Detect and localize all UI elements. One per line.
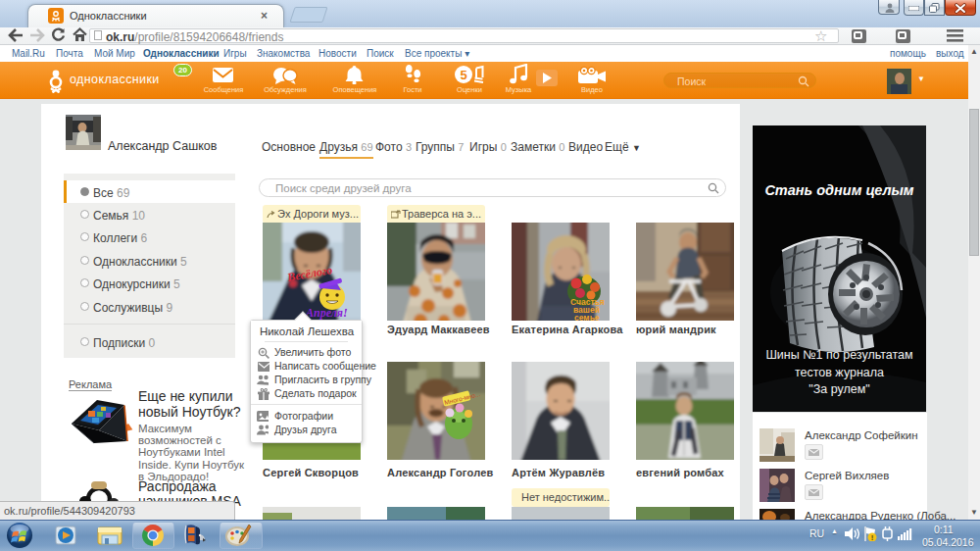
svg-text:Апреля!: Апреля! — [305, 306, 348, 320]
svg-text:!: ! — [871, 533, 874, 541]
svg-text:5: 5 — [460, 68, 466, 82]
svg-text:семье: семье — [574, 313, 600, 321]
